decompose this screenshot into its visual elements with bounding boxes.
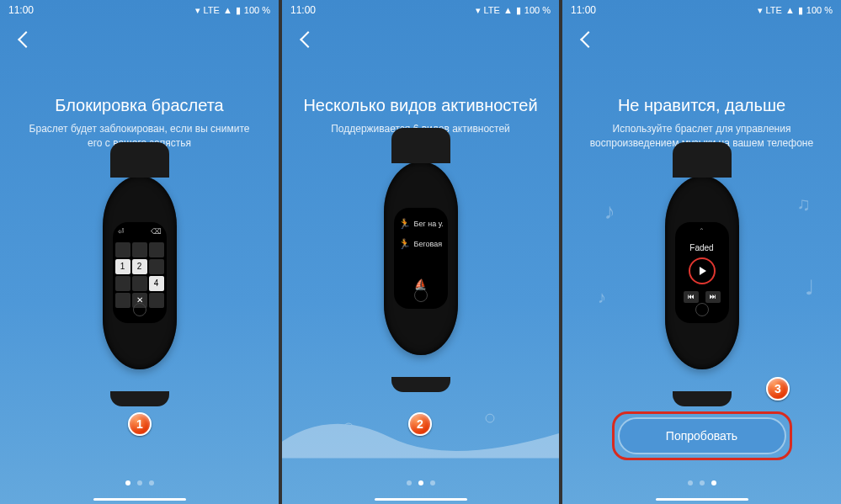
key-1: 1 (115, 259, 130, 274)
back-mini-icon: ⏎ (118, 227, 125, 236)
svg-point-1 (486, 414, 494, 422)
signal-icon: ▲ (785, 5, 795, 15)
step-badge-1: 1 (128, 412, 152, 436)
page-indicator (688, 480, 716, 485)
band-screen-activities: 🏃Бег на ули 🏃Беговая до ⛵ (394, 208, 448, 309)
try-button[interactable]: Попробовать (618, 417, 786, 454)
band-image: ⏎⌫ 12 4 ✕ (103, 176, 177, 369)
network-label: LTE (766, 5, 782, 15)
status-time: 11:00 (8, 4, 34, 16)
treadmill-icon: 🏃 (399, 238, 411, 250)
status-time: 11:00 (571, 4, 596, 16)
step-badge-3: 3 (766, 377, 790, 401)
battery-text: 100 % (524, 5, 551, 15)
activity-label: Бег на ули (414, 220, 443, 228)
page-title: Не нравится, дальше (618, 96, 785, 115)
signal-icon: ▲ (503, 5, 513, 15)
delete-mini-icon: ⌫ (151, 227, 162, 236)
song-title: Faded (689, 243, 713, 252)
svg-text:♪: ♪ (604, 199, 615, 223)
battery-icon: ▮ (516, 5, 521, 16)
battery-icon: ▮ (798, 5, 803, 16)
band-home-button (695, 303, 709, 316)
band-home-button (414, 289, 428, 302)
svg-text:♫: ♫ (796, 194, 810, 215)
status-bar: 11:00 ▾ LTE ▲ ▮ 100 % (562, 0, 841, 20)
page-title: Блокировка браслета (55, 96, 223, 115)
status-bar: 11:00 ▾ LTE ▲ ▮ 100 % (0, 0, 279, 20)
page-indicator (407, 480, 435, 485)
play-button-icon (689, 257, 716, 284)
network-label: LTE (204, 5, 220, 15)
battery-icon: ▮ (236, 5, 241, 16)
band-screen-keypad: ⏎⌫ 12 4 ✕ (113, 222, 167, 323)
activity-label: Беговая до (414, 240, 443, 248)
band-home-button (133, 303, 146, 316)
onboarding-screen-3: 11:00 ▾ LTE ▲ ▮ 100 % Не нравится, дальш… (561, 0, 841, 504)
wifi-icon: ▾ (476, 5, 481, 16)
cta-highlight: Попробовать (612, 411, 792, 460)
key-4: 4 (149, 276, 164, 291)
band-image: 🏃Бег на ули 🏃Беговая до ⛵ (384, 162, 458, 355)
page-title: Несколько видов активностей (303, 96, 537, 115)
battery-text: 100 % (244, 5, 270, 15)
run-icon: 🏃 (399, 218, 411, 230)
svg-text:♩: ♩ (805, 276, 814, 299)
svg-point-0 (343, 423, 354, 433)
network-label: LTE (484, 5, 500, 15)
page-indicator (125, 480, 154, 485)
band-image: ⌃ Faded ⏮ ⏭ (665, 176, 739, 369)
back-button[interactable] (18, 31, 35, 48)
battery-text: 100 % (806, 5, 833, 15)
status-bar: 11:00 ▾ LTE ▲ ▮ 100 % (282, 0, 559, 20)
wifi-icon: ▾ (758, 5, 763, 16)
next-track-icon: ⏭ (705, 291, 721, 303)
svg-text:♪: ♪ (598, 288, 606, 306)
chevron-up-icon: ⌃ (699, 227, 705, 235)
android-nav-bar[interactable] (375, 498, 467, 501)
step-badge-2: 2 (408, 412, 432, 436)
android-nav-bar[interactable] (93, 498, 186, 501)
wifi-icon: ▾ (195, 5, 200, 16)
key-2: 2 (132, 259, 147, 274)
back-button[interactable] (300, 31, 317, 48)
back-button[interactable] (580, 31, 597, 48)
prev-track-icon: ⏮ (684, 291, 699, 303)
signal-icon: ▲ (223, 5, 232, 15)
status-time: 11:00 (290, 4, 316, 16)
band-screen-music: ⌃ Faded ⏮ ⏭ (675, 222, 729, 323)
android-nav-bar[interactable] (656, 498, 748, 501)
